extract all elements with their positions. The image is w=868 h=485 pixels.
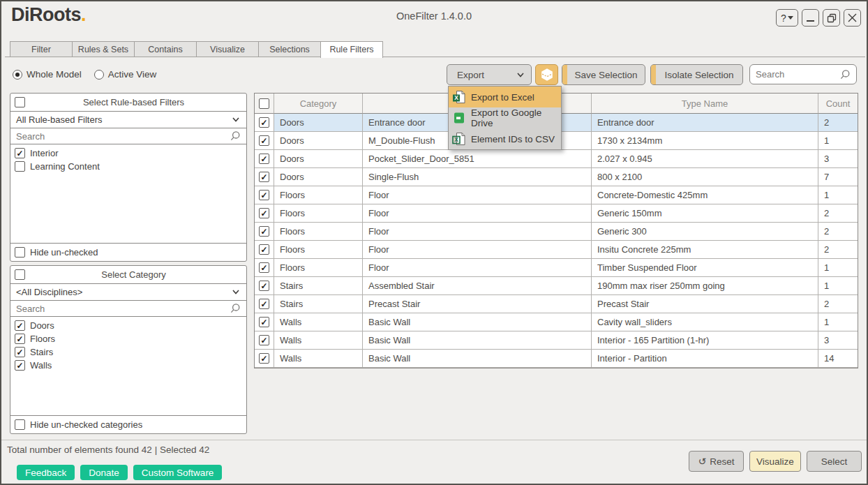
row-checkbox[interactable]: ✓ — [259, 208, 269, 218]
row-checkbox[interactable]: ✓ — [259, 317, 269, 327]
radio-label: Whole Model — [27, 69, 82, 80]
count-cell: 2 — [818, 295, 858, 313]
row-checkbox[interactable]: ✓ — [259, 262, 269, 273]
row-checkbox-cell: ✓ — [255, 150, 274, 168]
row-checkbox-cell: ✓ — [255, 241, 274, 259]
category-item-checkbox[interactable]: ✓ — [15, 360, 25, 371]
help-button[interactable]: ? — [776, 9, 798, 27]
reset-button[interactable]: ↺ Reset — [689, 451, 744, 472]
filter-item-learning-content[interactable]: Learning Content — [10, 160, 246, 173]
category-item-label: Doors — [30, 320, 54, 331]
search-icon — [839, 69, 851, 80]
category-item-checkbox[interactable]: ✓ — [15, 334, 25, 344]
scope-options: Whole ModelActive View — [13, 69, 156, 80]
row-checkbox[interactable]: ✓ — [259, 281, 269, 291]
family-name-cell: Floor — [363, 186, 592, 204]
row-checkbox[interactable]: ✓ — [259, 335, 269, 345]
table-row[interactable]: ✓FloorsFloorGeneric 150mm2 — [255, 204, 858, 223]
custom-software-button[interactable]: Custom Software — [133, 465, 223, 480]
table-row[interactable]: ✓WallsBasic WallInterior - 165 Partition… — [255, 331, 858, 350]
table-row[interactable]: ✓WallsBasic WallInterior - Partition14 — [255, 350, 858, 368]
table-row[interactable]: ✓DoorsSingle-Flush800 x 21007 — [255, 168, 858, 186]
row-checkbox[interactable]: ✓ — [259, 190, 269, 200]
table-row[interactable]: ✓FloorsFloorGeneric 3002 — [255, 223, 858, 241]
category-item-doors[interactable]: ✓Doors — [10, 319, 246, 332]
tab-rules-sets[interactable]: Rules & Sets — [72, 41, 135, 57]
menu-item-export-to-excel[interactable]: XExport to Excel — [449, 87, 561, 107]
select-button[interactable]: Select — [807, 451, 862, 472]
disciplines-dropdown[interactable]: <All Disciplines> — [10, 284, 246, 301]
filter-item-checkbox[interactable] — [15, 161, 25, 172]
category-search-input[interactable] — [16, 304, 230, 314]
filter-item-interior[interactable]: ✓Interior — [10, 147, 246, 160]
table-row[interactable]: ✓WallsBasic WallCavity wall_sliders1 — [255, 313, 858, 331]
radio-icon — [13, 70, 22, 80]
count-cell: 7 — [818, 168, 858, 186]
footer-links: FeedbackDonateCustom Software — [17, 465, 222, 480]
filter-item-checkbox[interactable]: ✓ — [15, 148, 25, 158]
hide-unchecked-categories-checkbox[interactable] — [15, 419, 25, 430]
donate-button[interactable]: Donate — [80, 465, 128, 480]
feedback-button[interactable]: Feedback — [17, 465, 75, 480]
category-item-walls[interactable]: ✓Walls — [10, 359, 246, 372]
rule-filters-panel: Select Rule-based Filters All Rule-based… — [10, 93, 247, 262]
rule-filters-dropdown-value: All Rule-based Filters — [16, 114, 103, 125]
row-checkbox[interactable]: ✓ — [259, 226, 269, 237]
menu-item-element-ids-to-csv[interactable]: XElement IDs to CSV — [449, 128, 561, 149]
tab-selections[interactable]: Selections — [258, 41, 321, 57]
rule-filters-search-input[interactable] — [16, 131, 230, 142]
row-checkbox[interactable]: ✓ — [259, 117, 269, 128]
hide-unchecked-checkbox[interactable] — [15, 247, 25, 258]
radio-option-whole-model[interactable]: Whole Model — [13, 69, 82, 80]
select-all-rows-checkbox[interactable] — [259, 98, 269, 109]
maximize-button[interactable] — [823, 9, 840, 27]
category-cell: Doors — [274, 168, 363, 186]
category-cell: Floors — [274, 241, 363, 259]
table-row[interactable]: ✓FloorsFloorTimber Suspended Floor1 — [255, 259, 858, 277]
category-item-floors[interactable]: ✓Floors — [10, 332, 246, 345]
row-checkbox[interactable]: ✓ — [259, 353, 269, 364]
select-all-filters-checkbox[interactable] — [15, 97, 25, 107]
category-item-stairs[interactable]: ✓Stairs — [10, 345, 246, 359]
visualize-label: Visualize — [756, 456, 794, 467]
row-checkbox[interactable]: ✓ — [259, 299, 269, 309]
close-button[interactable] — [844, 9, 861, 27]
visualize-button[interactable]: Visualize — [749, 451, 801, 472]
row-checkbox[interactable]: ✓ — [259, 244, 269, 255]
rule-filters-dropdown[interactable]: All Rule-based Filters — [10, 112, 246, 128]
menu-item-label: Export to Google Drive — [471, 107, 561, 128]
tab-rule-filters[interactable]: Rule Filters — [320, 41, 383, 58]
radio-option-active-view[interactable]: Active View — [94, 69, 157, 80]
isolate-selection-button[interactable]: Isolate Selection — [650, 64, 743, 85]
tab-bar: FilterRules & SetsContainsVisualizeSelec… — [10, 41, 382, 58]
minimize-button[interactable] — [802, 9, 819, 27]
select-label: Select — [821, 456, 848, 467]
row-checkbox[interactable]: ✓ — [259, 135, 269, 146]
export-dropdown[interactable]: Export — [447, 64, 532, 85]
table-search-input[interactable] — [756, 69, 839, 80]
category-cell: Walls — [274, 350, 363, 368]
row-checkbox-cell: ✓ — [255, 186, 274, 204]
table-row[interactable]: ✓FloorsFloorInsitu Concrete 225mm2 — [255, 241, 858, 259]
menu-item-export-to-google-drive[interactable]: Export to Google Drive — [449, 107, 561, 128]
isolate-selection-label: Isolate Selection — [656, 70, 742, 80]
tab-filter[interactable]: Filter — [10, 41, 73, 57]
type-name-cell: 800 x 2100 — [592, 168, 818, 186]
menu-item-label: Element IDs to CSV — [471, 134, 555, 144]
table-row[interactable]: ✓StairsAssembled Stair190mm max riser 25… — [255, 277, 858, 295]
table-row[interactable]: ✓StairsPrecast StairPrecast Stair2 — [255, 295, 858, 313]
row-checkbox[interactable]: ✓ — [259, 154, 269, 164]
tab-contains[interactable]: Contains — [134, 41, 197, 57]
table-row[interactable]: ✓DoorsPocket_Slider_Door_58512.027 x 0.9… — [255, 150, 858, 168]
chevron-down-icon — [517, 73, 524, 77]
category-item-checkbox[interactable]: ✓ — [15, 320, 25, 331]
type-name-cell: 1730 x 2134mm — [592, 132, 818, 150]
save-selection-button[interactable]: Save Selection — [562, 64, 645, 85]
select-all-categories-checkbox[interactable] — [15, 269, 25, 280]
type-name-cell: Timber Suspended Floor — [592, 259, 818, 277]
tab-visualize[interactable]: Visualize — [196, 41, 259, 57]
category-item-checkbox[interactable]: ✓ — [15, 347, 25, 357]
section-box-button[interactable] — [535, 64, 558, 85]
table-row[interactable]: ✓FloorsFloorConcrete-Domestic 425mm1 — [255, 186, 858, 204]
row-checkbox[interactable]: ✓ — [259, 172, 269, 182]
